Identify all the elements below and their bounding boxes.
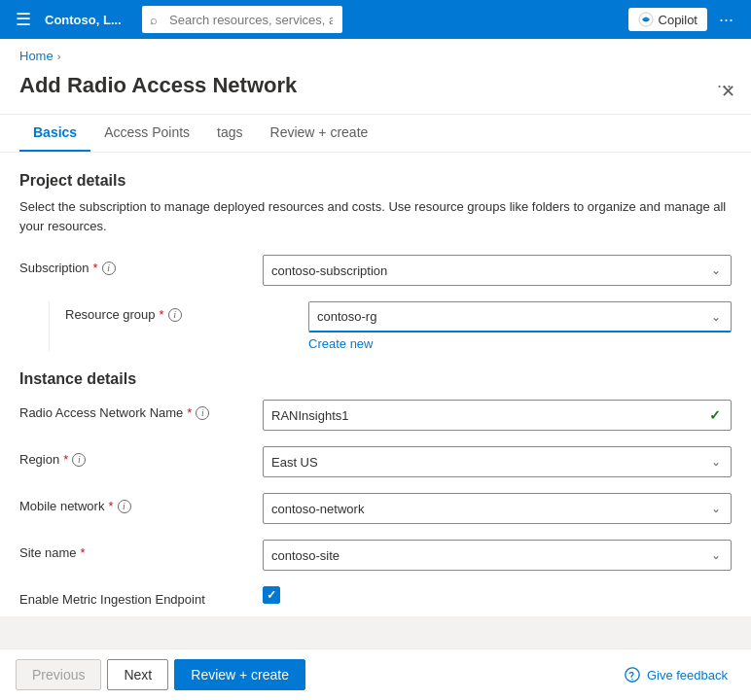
subscription-required: * [93, 261, 98, 275]
subscription-field-wrapper: contoso-subscription ⌄ [263, 255, 732, 286]
subscription-select[interactable]: contoso-subscription ⌄ [263, 255, 732, 286]
navbar: ☰ Contoso, L... ⌕ Copilot ··· [0, 0, 751, 39]
navbar-right: Copilot ··· [628, 6, 739, 34]
copilot-icon [638, 12, 654, 27]
site-name-required: * [81, 545, 86, 560]
review-create-button[interactable]: Review + create [174, 659, 305, 690]
mobile-network-group: Mobile network * i contoso-network ⌄ [19, 493, 732, 524]
page-header: Add Radio Access Network ··· ✕ [0, 69, 751, 115]
metric-ingestion-checkbox-wrapper [263, 586, 732, 604]
navbar-more-icon[interactable]: ··· [713, 6, 739, 34]
metric-ingestion-checkbox[interactable] [263, 586, 280, 604]
region-select[interactable]: East US ⌄ [263, 446, 732, 477]
subscription-info-icon[interactable]: i [102, 262, 116, 275]
subscription-label: Subscription * i [19, 255, 253, 275]
search-icon: ⌕ [150, 13, 158, 27]
resource-group-label: Resource group * i [65, 301, 299, 322]
ran-name-field-wrapper: RANInsights1 ✓ [263, 400, 732, 431]
site-name-field-wrapper: contoso-site ⌄ [263, 540, 732, 571]
content-area: Home › Add Radio Access Network ··· ✕ Ba… [0, 39, 751, 616]
next-button[interactable]: Next [107, 659, 168, 690]
mobile-network-field-wrapper: contoso-network ⌄ [263, 493, 732, 524]
subscription-select-wrapper: contoso-subscription ⌄ [263, 255, 732, 286]
svg-point-2 [631, 679, 632, 680]
tabs: Basics Access Points tags Review + creat… [0, 115, 751, 153]
project-details-desc: Select the subscription to manage deploy… [19, 197, 732, 235]
metric-ingestion-label: Enable Metric Ingestion Endpoint [19, 586, 253, 607]
footer: Previous Next Review + create Give feedb… [0, 648, 751, 700]
site-name-group: Site name * contoso-site ⌄ [19, 540, 732, 571]
instance-details-title: Instance details [19, 370, 732, 388]
resource-group-select-wrapper: contoso-rg ⌄ [308, 301, 732, 332]
brand-name: Contoso, L... [45, 13, 132, 27]
region-field-wrapper: East US ⌄ [263, 446, 732, 477]
page-title: Add Radio Access Network [19, 73, 709, 98]
resource-group-field-wrapper: contoso-rg ⌄ Create new [308, 301, 732, 351]
region-required: * [63, 452, 68, 467]
mobile-network-select-wrapper: contoso-network ⌄ [263, 493, 732, 524]
mobile-network-label: Mobile network * i [19, 493, 253, 513]
breadcrumb: Home › [0, 39, 751, 69]
mobile-network-chevron-icon: ⌄ [711, 502, 721, 515]
copilot-label: Copilot [659, 13, 697, 27]
breadcrumb-separator: › [57, 51, 61, 62]
region-select-wrapper: East US ⌄ [263, 446, 732, 477]
site-name-select[interactable]: contoso-site ⌄ [263, 540, 732, 571]
close-button[interactable]: ✕ [721, 83, 735, 100]
subscription-chevron-icon: ⌄ [711, 263, 721, 277]
resource-group-required: * [160, 307, 164, 322]
region-chevron-icon: ⌄ [711, 455, 721, 469]
tab-tags[interactable]: tags [203, 115, 256, 152]
site-name-label: Site name * [19, 540, 253, 560]
search-wrapper: ⌕ [142, 6, 512, 33]
metric-ingestion-group: Enable Metric Ingestion Endpoint [19, 586, 732, 607]
metric-ingestion-field-wrapper [263, 586, 732, 604]
hamburger-icon[interactable]: ☰ [12, 5, 35, 34]
ran-name-check-icon: ✓ [709, 407, 721, 423]
breadcrumb-home[interactable]: Home [19, 49, 54, 63]
resource-group-chevron-icon: ⌄ [711, 310, 721, 324]
tab-review-create[interactable]: Review + create [257, 115, 382, 152]
give-feedback-label: Give feedback [647, 668, 728, 682]
site-name-select-wrapper: contoso-site ⌄ [263, 540, 732, 571]
tab-basics[interactable]: Basics [19, 115, 90, 152]
ran-name-required: * [187, 405, 192, 420]
region-group: Region * i East US ⌄ [19, 446, 732, 477]
tab-access-points[interactable]: Access Points [90, 115, 203, 152]
resource-group-form-group: Resource group * i contoso-rg ⌄ Create n… [49, 301, 732, 351]
mobile-network-required: * [108, 499, 113, 513]
ran-name-select-wrapper: RANInsights1 ✓ [263, 400, 732, 431]
copilot-button[interactable]: Copilot [628, 8, 707, 31]
project-details-title: Project details [19, 172, 732, 190]
give-feedback-button[interactable]: Give feedback [616, 662, 735, 687]
mobile-network-select[interactable]: contoso-network ⌄ [263, 493, 732, 524]
resource-group-select[interactable]: contoso-rg ⌄ [308, 301, 732, 332]
create-new-link[interactable]: Create new [308, 336, 373, 351]
ran-name-group: Radio Access Network Name * i RANInsight… [19, 400, 732, 431]
previous-button[interactable]: Previous [16, 659, 101, 690]
site-name-chevron-icon: ⌄ [711, 548, 721, 562]
subscription-group: Subscription * i contoso-subscription ⌄ [19, 255, 732, 286]
mobile-network-info-icon[interactable]: i [118, 500, 131, 513]
region-info-icon[interactable]: i [72, 453, 86, 467]
ran-name-select[interactable]: RANInsights1 ✓ [263, 400, 732, 431]
search-input[interactable] [142, 6, 342, 33]
region-label: Region * i [19, 446, 253, 467]
ran-name-label: Radio Access Network Name * i [19, 400, 253, 420]
ran-name-info-icon[interactable]: i [196, 406, 209, 420]
resource-group-info-icon[interactable]: i [168, 308, 182, 322]
form-content: Project details Select the subscription … [0, 153, 751, 616]
feedback-icon [624, 666, 641, 683]
